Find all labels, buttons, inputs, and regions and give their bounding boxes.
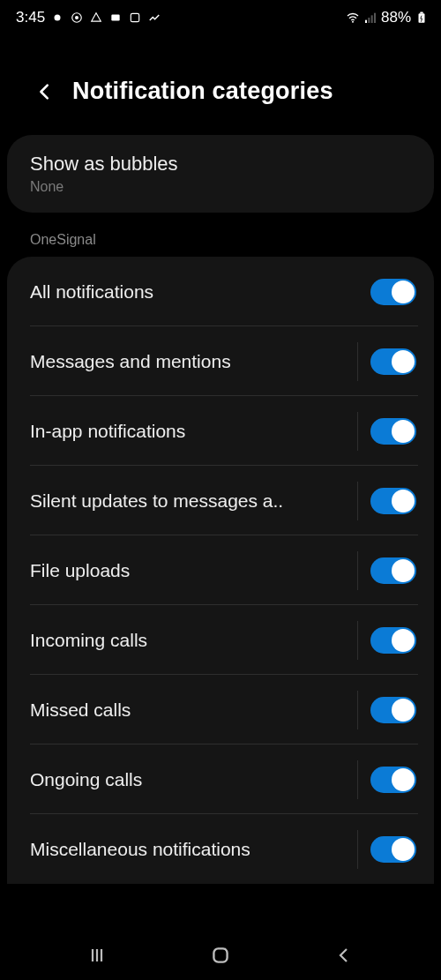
clock: 3:45	[16, 9, 45, 26]
chrome-icon	[70, 11, 84, 25]
list-item-label: Missed calls	[30, 699, 131, 721]
battery-percent: 88%	[381, 9, 411, 26]
wifi-icon	[346, 11, 360, 25]
app-icon-2	[108, 11, 123, 25]
toggle-switch[interactable]	[370, 767, 416, 793]
list-item[interactable]: Silent updates to messages a..	[7, 466, 434, 535]
list-item[interactable]: In-app notifications	[7, 396, 434, 466]
list-item-label: Incoming calls	[30, 630, 147, 651]
notification-category-list: All notifications Messages and mentions …	[7, 257, 434, 884]
recents-button[interactable]	[76, 941, 118, 969]
trend-icon	[147, 11, 161, 25]
vertical-separator	[357, 482, 358, 520]
toggle-switch[interactable]	[370, 279, 416, 305]
section-label-onesignal: OneSignal	[7, 213, 434, 257]
list-item[interactable]: File uploads	[7, 535, 434, 605]
list-item-label: In-app notifications	[30, 421, 185, 442]
list-item-label: All notifications	[30, 281, 153, 303]
list-item-label: Messages and mentions	[30, 351, 231, 372]
list-item-label: Silent updates to messages a..	[30, 490, 283, 512]
vertical-separator	[357, 760, 358, 799]
navigation-bar	[0, 931, 441, 980]
home-button[interactable]	[199, 941, 242, 969]
svg-rect-15	[213, 948, 227, 961]
toggle-switch[interactable]	[370, 557, 416, 584]
toggle-switch[interactable]	[370, 836, 416, 863]
vertical-separator	[357, 412, 358, 451]
svg-rect-3	[111, 15, 119, 21]
page-title: Notification categories	[72, 78, 333, 105]
svg-point-0	[55, 15, 61, 21]
svg-rect-6	[365, 20, 367, 23]
svg-point-5	[352, 21, 354, 23]
toggle-switch[interactable]	[370, 697, 416, 723]
back-button[interactable]	[34, 80, 56, 103]
svg-rect-7	[368, 18, 370, 23]
toggle-switch[interactable]	[370, 348, 416, 375]
app-icon-3	[128, 11, 142, 25]
bubbles-title: Show as bubbles	[30, 153, 411, 176]
list-item-label: Miscellaneous notifications	[30, 839, 250, 860]
list-item[interactable]: All notifications	[7, 257, 434, 326]
battery-icon	[415, 11, 429, 25]
svg-rect-11	[420, 12, 423, 14]
app-icon-1	[50, 11, 64, 25]
svg-rect-4	[131, 13, 138, 21]
svg-point-2	[75, 16, 78, 19]
vertical-separator	[357, 830, 358, 869]
toggle-switch[interactable]	[370, 418, 416, 445]
status-bar: 3:45	[0, 0, 441, 35]
toggle-switch[interactable]	[370, 488, 416, 514]
list-item[interactable]: Missed calls	[7, 675, 434, 744]
svg-rect-8	[371, 15, 373, 23]
vertical-separator	[357, 342, 358, 381]
list-item-label: File uploads	[30, 560, 130, 581]
show-as-bubbles-row[interactable]: Show as bubbles None	[7, 135, 434, 213]
list-item[interactable]: Messages and mentions	[7, 326, 434, 396]
vertical-separator	[357, 691, 358, 729]
list-item[interactable]: Miscellaneous notifications	[7, 814, 434, 884]
toggle-switch[interactable]	[370, 627, 416, 654]
signal-icon	[363, 11, 377, 25]
nav-back-button[interactable]	[323, 941, 365, 969]
svg-rect-9	[374, 13, 376, 23]
list-item[interactable]: Incoming calls	[7, 605, 434, 675]
list-item[interactable]: Ongoing calls	[7, 744, 434, 814]
list-item-label: Ongoing calls	[30, 769, 142, 790]
drive-icon	[89, 11, 103, 25]
vertical-separator	[357, 621, 358, 660]
page-header: Notification categories	[0, 35, 441, 135]
vertical-separator	[357, 551, 358, 590]
bubbles-value: None	[30, 179, 411, 195]
